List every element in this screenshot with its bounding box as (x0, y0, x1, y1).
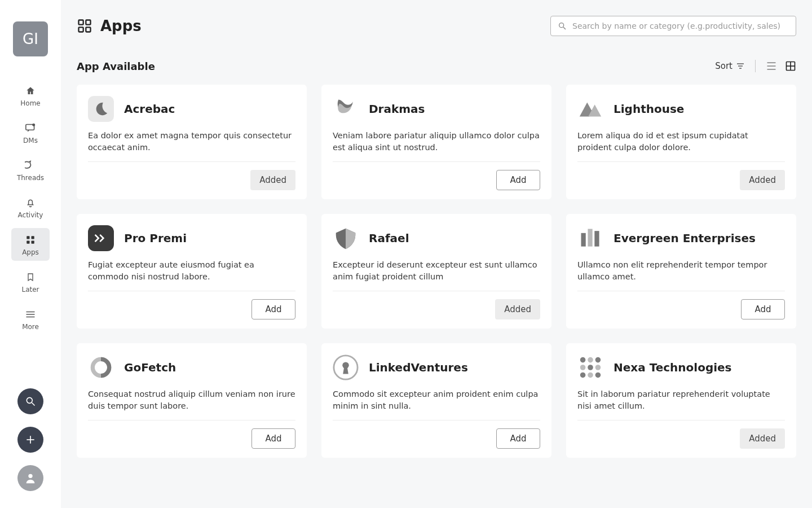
add-button[interactable]: Add (496, 170, 540, 190)
grid-view-button[interactable] (785, 60, 796, 72)
topbar: Apps (77, 16, 796, 36)
app-card: LighthouseLorem aliqua do id et est ipsu… (566, 85, 796, 199)
add-button[interactable]: Add (251, 299, 295, 319)
search-box[interactable] (550, 16, 796, 36)
card-head: Rafael (333, 225, 540, 251)
app-description: Veniam labore pariatur aliquip ullamco d… (333, 130, 540, 162)
svg-point-41 (580, 373, 586, 378)
card-foot: Add (577, 291, 785, 319)
head-controls: Sort (715, 60, 796, 72)
app-logo-icon (88, 96, 114, 122)
app-name: Rafael (369, 231, 409, 245)
svg-rect-14 (79, 20, 83, 25)
apps-grid-icon (77, 18, 92, 34)
svg-rect-31 (594, 231, 599, 247)
card-foot: Add (88, 421, 295, 449)
sidebar-item-label: Activity (18, 211, 43, 219)
primary-nav: Home DMs Threads Activity (0, 79, 61, 335)
app-name: GoFetch (124, 361, 176, 374)
threads-icon (24, 159, 37, 172)
app-logo-icon (577, 225, 603, 251)
global-search-button[interactable] (17, 388, 43, 414)
app-description: Lorem aliqua do id et est ipsum cupidata… (577, 130, 785, 162)
app-name: Evergreen Enterprises (614, 231, 756, 245)
app-name: Acrebac (124, 102, 175, 116)
app-logo-icon (577, 96, 603, 122)
search-input[interactable] (571, 21, 789, 31)
section-header: App Available Sort (77, 60, 796, 72)
app-logo-icon (88, 225, 114, 251)
card-foot: Add (333, 421, 540, 449)
main-content: Apps App Available Sort (61, 0, 812, 508)
chat-icon (24, 122, 37, 134)
svg-rect-5 (32, 241, 34, 244)
svg-rect-30 (588, 229, 592, 247)
apps-icon (24, 234, 37, 246)
svg-rect-2 (27, 236, 29, 239)
sidebar-item-label: Threads (17, 174, 44, 182)
added-button[interactable]: Added (740, 428, 785, 449)
added-button[interactable]: Added (250, 170, 295, 190)
search-icon (558, 21, 567, 30)
app-card: AcrebacEa dolor ex amet magna tempor qui… (77, 85, 307, 199)
svg-line-10 (32, 403, 35, 406)
card-foot: Add (333, 162, 540, 190)
app-name: LinkedVentures (369, 361, 468, 374)
sidebar-item-later[interactable]: Later (11, 265, 50, 298)
sort-button[interactable]: Sort (715, 61, 745, 71)
list-view-button[interactable] (766, 60, 777, 72)
app-description: Fugiat excepteur aute eiusmod fugiat ea … (88, 259, 295, 291)
app-logo-icon (577, 354, 603, 380)
svg-rect-15 (86, 20, 90, 25)
svg-point-9 (27, 397, 32, 403)
app-card: DrakmasVeniam labore pariatur aliquip ul… (321, 85, 551, 199)
svg-rect-4 (27, 241, 29, 244)
section-title: App Available (77, 60, 155, 72)
card-head: LinkedVentures (333, 354, 540, 380)
sidebar-item-label: DMs (23, 137, 38, 144)
svg-point-39 (588, 365, 593, 370)
app-description: Ea dolor ex amet magna tempor quis conse… (88, 130, 295, 162)
sidebar-item-apps[interactable]: Apps (11, 228, 50, 261)
app-description: Commodo sit excepteur anim proident enim… (333, 388, 540, 421)
card-foot: Add (88, 291, 295, 319)
app-card: RafaelExcepteur id deserunt excepteur es… (321, 214, 551, 329)
svg-rect-17 (86, 27, 90, 32)
add-button[interactable]: Add (251, 428, 295, 449)
app-card: LinkedVenturesCommodo sit excepteur anim… (321, 343, 551, 458)
app-name: Nexa Technologies (614, 361, 732, 374)
svg-point-36 (588, 357, 593, 363)
home-icon (24, 85, 37, 97)
bell-icon (24, 196, 37, 209)
svg-line-19 (563, 27, 566, 29)
sidebar-item-dms[interactable]: DMs (11, 116, 50, 149)
card-foot: Added (577, 421, 785, 449)
app-logo-icon (333, 354, 359, 380)
app-description: Excepteur id deserunt excepteur est sunt… (333, 259, 540, 291)
card-head: Nexa Technologies (577, 354, 785, 380)
added-button[interactable]: Added (495, 299, 540, 319)
user-avatar-button[interactable] (17, 465, 43, 491)
card-head: Drakmas (333, 96, 540, 122)
added-button[interactable]: Added (740, 170, 785, 190)
sidebar: GI Home DMs Threads (0, 0, 61, 508)
svg-point-1 (32, 124, 35, 126)
add-button[interactable]: Add (496, 428, 540, 449)
app-logo-icon (333, 225, 359, 251)
compose-button[interactable] (17, 427, 43, 453)
svg-point-18 (559, 23, 564, 28)
sidebar-item-threads[interactable]: Threads (11, 154, 50, 186)
svg-point-13 (28, 474, 32, 478)
add-button[interactable]: Add (741, 299, 785, 319)
app-name: Lighthouse (614, 102, 684, 116)
svg-rect-3 (32, 236, 34, 239)
sidebar-item-more[interactable]: More (11, 303, 50, 335)
app-card: Nexa TechnologiesSit in laborum pariatur… (566, 343, 796, 458)
app-card: GoFetchConsequat nostrud aliquip cillum … (77, 343, 307, 458)
app-name: Pro Premi (124, 231, 187, 245)
sidebar-item-home[interactable]: Home (11, 79, 50, 112)
workspace-avatar[interactable]: GI (13, 21, 48, 56)
bookmark-icon (24, 271, 37, 283)
sidebar-item-label: Later (21, 286, 39, 294)
sidebar-item-activity[interactable]: Activity (11, 191, 50, 224)
